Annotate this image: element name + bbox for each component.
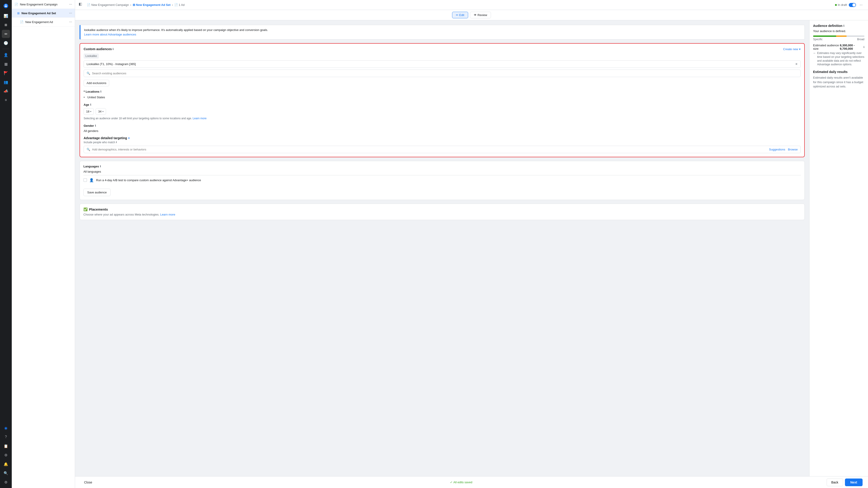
meta-logo-icon[interactable] [2,2,10,10]
ad-label: New Engagement Ad [25,20,67,24]
campaign-more-icon[interactable]: ··· [69,2,72,6]
close-button[interactable]: Close [81,479,96,486]
top-bar: ◧ 📄 New Engagement Campaign › ⊞ New Enga… [75,0,868,10]
age-info-icon[interactable]: ℹ [90,103,91,106]
create-new-button[interactable]: Create new ▾ [783,47,801,51]
add-exclusions-button[interactable]: Add exclusions [84,80,109,86]
collapse-sidebar-icon[interactable]: ◧ [79,2,85,8]
nav-icon-lines[interactable]: ≡ [2,96,10,104]
age-max-chevron: ▾ [102,110,103,113]
ad-icon: 📄 [20,20,24,24]
adset-more-icon[interactable]: ··· [69,11,72,15]
ab-test-text: Run a 4-day A/B test to compare custom a… [96,178,201,182]
campaign-icon: 📄 [14,3,18,6]
breadcrumb-adset[interactable]: ⊞ New Engagement Ad Set [133,3,170,6]
nav-icon-flag[interactable]: 🚩 [2,69,10,77]
placements-title: ✅ Placements [84,207,801,212]
audience-search-box[interactable]: 🔍 [84,70,801,77]
nav-item-campaign[interactable]: 📄 New Engagement Campaign ··· [12,0,75,9]
campaign-label: New Engagement Campaign [20,3,67,6]
nav-icon-megaphone[interactable]: 📣 [2,87,10,95]
age-min-value: 18 [86,110,89,113]
languages-info-icon[interactable]: ℹ [100,165,101,168]
custom-audiences-info-icon[interactable]: ℹ [113,48,114,51]
nav-item-ad[interactable]: 📄 New Engagement Ad ··· [12,18,75,26]
nav-icon-search[interactable]: 🔍 [2,469,10,477]
bottom-bar: Close ✓ All edits saved Back Next [75,476,868,488]
locations-info-icon[interactable]: ℹ [100,90,101,93]
nav-icon-settings2[interactable]: ⚙ [2,478,10,486]
save-audience-button[interactable]: Save audience [84,189,111,196]
suggestions-link[interactable]: Suggestions [769,148,785,151]
nav-icon-question[interactable]: ? [2,433,10,441]
nav-icon-table[interactable]: ▦ [2,60,10,68]
ad-more-icon[interactable]: ··· [69,20,72,24]
bar-labels: Specific Broad [813,38,864,41]
breadcrumb-campaign-icon: 📄 [87,3,90,6]
languages-card: Languages ℹ All languages 👤 Run a 4-day … [80,161,805,200]
draft-toggle[interactable] [849,3,856,7]
age-learn-more-link[interactable]: Learn more [193,117,206,120]
nav-icon-chart[interactable]: 📊 [2,12,10,20]
age-section: Age ℹ 18 ▾ 34 ▾ Selectin [84,103,801,121]
toggle-knob [852,3,856,6]
nav-icon-gear[interactable]: ⚙ [2,451,10,459]
nav-icon-pencil[interactable]: ✏ [2,30,10,38]
status-badge: In draft [835,3,847,6]
review-button[interactable]: 👁 Review [470,12,491,18]
specificity-bar: Specific Broad [813,35,864,41]
nav-icon-bell[interactable]: 🔔 [2,460,10,468]
age-title: Age ℹ [84,103,801,106]
nav-icon-book[interactable]: 📋 [2,442,10,450]
advantage-info-icon[interactable]: ℹ [116,141,117,144]
saved-text: All edits saved [454,481,472,484]
placements-learn-link[interactable]: Learn more [160,213,175,216]
scroll-area[interactable]: lookalike audience when it's likely to i… [75,20,809,476]
nav-icon-people[interactable]: 👥 [2,78,10,86]
custom-audiences-header: Custom audiences ℹ Create new ▾ [84,47,801,51]
ab-test-row: 👤 Run a 4-day A/B test to compare custom… [84,175,801,185]
info-banner: lookalike audience when it's likely to i… [80,25,805,39]
ab-test-checkbox[interactable] [84,178,87,182]
audience-defined-text: Your audience is defined. [813,29,864,33]
nav-icon-grid[interactable]: ⊞ [2,21,10,29]
audience-definition-info-icon[interactable]: ℹ [843,24,844,27]
targeting-search-box[interactable]: 🔍 Suggestions Browse [84,146,801,153]
create-new-label: Create new [783,47,798,51]
audience-size-info-icon[interactable]: ℹ [864,46,864,48]
audience-search-input[interactable] [92,72,798,75]
edit-button[interactable]: ✏ Edit [452,12,468,18]
placements-check-icon: ✅ [84,207,88,212]
location-us-label: United States [88,96,105,99]
daily-results-title: Estimated daily results [813,70,864,74]
saved-status: ✓ All edits saved [450,481,472,484]
icon-sidebar: 📊 ⊞ ✏ 🕐 👤 ▦ 🚩 👥 📣 ≡ ◉ ? 📋 ⚙ 🔔 🔍 ⚙ [0,0,12,488]
topbar-more-button[interactable]: ··· [858,2,864,8]
next-button[interactable]: Next [845,479,863,486]
nav-icon-clock[interactable]: 🕐 [2,39,10,47]
breadcrumb-campaign[interactable]: 📄 New Engagement Campaign [87,3,129,6]
breadcrumb-ad-icon: 📄 [174,3,178,6]
nav-icon-person[interactable]: 👤 [2,51,10,59]
breadcrumb-ad-label: 1 Ad [179,3,185,6]
breadcrumb-campaign-label: New Engagement Campaign [91,3,129,6]
specificity-track [813,35,864,37]
gender-section: Gender ℹ All genders [84,124,801,133]
browse-link[interactable]: Browse [788,148,798,151]
back-button[interactable]: Back [827,479,843,486]
action-bar: ✏ Edit 👁 Review [75,10,868,20]
nav-panel: 📄 New Engagement Campaign ··· ⊞ New Enga… [12,0,75,488]
targeting-search-input[interactable] [92,148,767,151]
nav-item-adset[interactable]: ⊞ New Engagement Ad Set ··· [12,9,75,18]
content-area: lookalike audience when it's likely to i… [75,20,868,476]
age-min-select[interactable]: 18 ▾ [84,108,94,115]
audience-tag-remove-icon[interactable]: ✕ [795,62,798,66]
breadcrumb-ad[interactable]: 📄 1 Ad [174,3,185,6]
adset-label: New Engagement Ad Set [22,11,67,15]
advantage-targeting-section: Advantage detailed targeting + Include p… [84,136,801,153]
nav-icon-circle[interactable]: ◉ [2,424,10,432]
gender-info-icon[interactable]: ℹ [95,124,96,127]
age-max-select[interactable]: 34 ▾ [96,108,106,115]
estimates-note: ↔ Estimates may vary significantly over … [813,51,864,66]
learn-more-advantage-link[interactable]: Learn more about Advantage audiences [84,33,136,36]
